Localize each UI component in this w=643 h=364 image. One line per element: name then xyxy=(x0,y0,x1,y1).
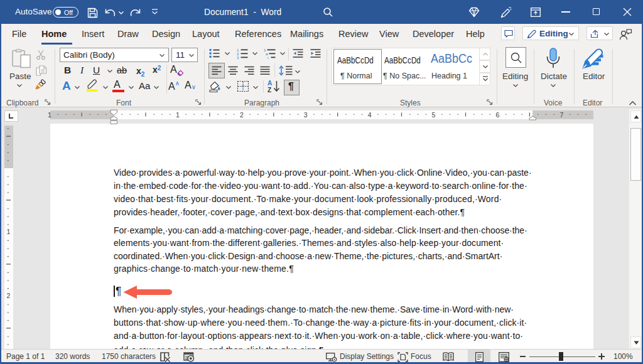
svg-text:A: A xyxy=(267,80,272,87)
svg-text:5: 5 xyxy=(432,111,436,119)
svg-text:6: 6 xyxy=(495,111,499,119)
svg-text:2: 2 xyxy=(7,292,11,299)
svg-text:3: 3 xyxy=(237,55,239,59)
svg-text:2: 2 xyxy=(240,111,244,119)
svg-text:4: 4 xyxy=(368,111,372,119)
svg-text:1: 1 xyxy=(176,111,180,119)
svg-text:3: 3 xyxy=(304,111,308,119)
svg-text:7: 7 xyxy=(559,111,563,119)
svg-text:i: i xyxy=(267,55,268,59)
svg-text:1: 1 xyxy=(7,228,11,235)
svg-text:Z: Z xyxy=(267,87,271,93)
svg-text:1: 1 xyxy=(48,111,51,119)
